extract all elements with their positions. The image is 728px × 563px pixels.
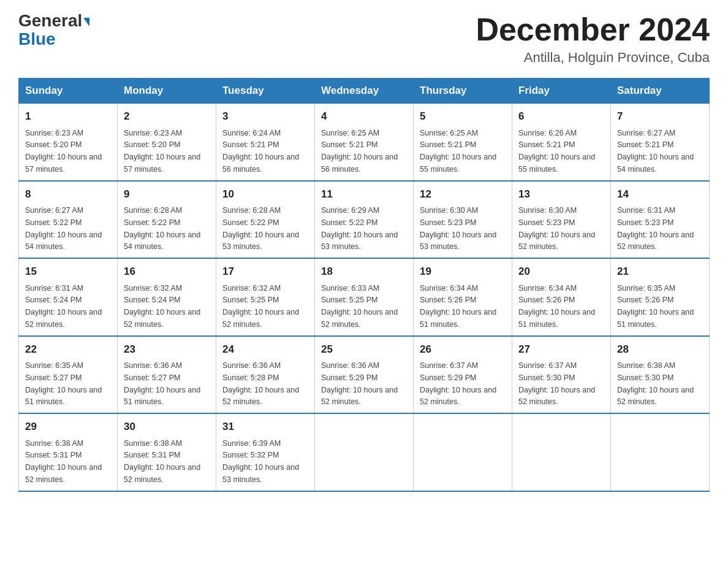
day-number: 12 xyxy=(420,186,506,202)
day-number: 23 xyxy=(124,342,210,358)
day-cell: 19 Sunrise: 6:34 AM Sunset: 5:26 PM Dayl… xyxy=(414,258,512,336)
day-number: 15 xyxy=(25,264,111,280)
day-number: 17 xyxy=(222,264,308,280)
title-section: December 2024 Antilla, Holguin Province,… xyxy=(476,12,710,66)
month-title: December 2024 xyxy=(476,12,710,47)
day-cell: 25 Sunrise: 6:36 AM Sunset: 5:29 PM Dayl… xyxy=(315,336,414,414)
day-number: 4 xyxy=(321,109,407,124)
day-cell xyxy=(611,413,710,491)
day-daylight: Daylight: 10 hours and 53 minutes. xyxy=(222,231,299,251)
day-cell: 11 Sunrise: 6:29 AM Sunset: 5:22 PM Dayl… xyxy=(315,181,414,259)
day-sunset: Sunset: 5:27 PM xyxy=(25,373,82,382)
day-sunrise: Sunrise: 6:38 AM xyxy=(124,439,182,448)
day-number: 13 xyxy=(518,186,604,202)
day-daylight: Daylight: 10 hours and 52 minutes. xyxy=(420,386,496,407)
day-sunrise: Sunrise: 6:35 AM xyxy=(25,361,83,370)
day-cell: 23 Sunrise: 6:36 AM Sunset: 5:27 PM Dayl… xyxy=(118,336,216,414)
day-cell: 4 Sunrise: 6:25 AM Sunset: 5:21 PM Dayli… xyxy=(315,104,414,181)
day-number: 19 xyxy=(420,264,506,280)
day-sunrise: Sunrise: 6:29 AM xyxy=(321,206,379,215)
day-sunrise: Sunrise: 6:33 AM xyxy=(321,284,379,293)
day-number: 14 xyxy=(617,186,703,202)
day-cell: 30 Sunrise: 6:38 AM Sunset: 5:31 PM Dayl… xyxy=(118,413,216,491)
day-daylight: Daylight: 10 hours and 51 minutes. xyxy=(420,308,496,329)
day-sunset: Sunset: 5:21 PM xyxy=(420,140,476,149)
day-sunset: Sunset: 5:31 PM xyxy=(124,451,180,459)
day-cell: 16 Sunrise: 6:32 AM Sunset: 5:24 PM Dayl… xyxy=(118,258,216,336)
day-cell: 17 Sunrise: 6:32 AM Sunset: 5:25 PM Dayl… xyxy=(216,258,315,336)
day-number: 8 xyxy=(25,186,111,202)
day-daylight: Daylight: 10 hours and 54 minutes. xyxy=(25,231,102,251)
day-number: 10 xyxy=(222,186,308,202)
day-sunrise: Sunrise: 6:34 AM xyxy=(518,284,577,293)
day-sunset: Sunset: 5:32 PM xyxy=(222,451,279,459)
day-sunrise: Sunrise: 6:23 AM xyxy=(25,129,83,137)
day-sunrise: Sunrise: 6:28 AM xyxy=(222,206,281,215)
day-cell: 20 Sunrise: 6:34 AM Sunset: 5:26 PM Dayl… xyxy=(512,258,611,336)
day-number: 24 xyxy=(222,342,308,358)
day-sunrise: Sunrise: 6:37 AM xyxy=(420,361,478,370)
day-cell: 8 Sunrise: 6:27 AM Sunset: 5:22 PM Dayli… xyxy=(19,181,118,259)
day-sunrise: Sunrise: 6:38 AM xyxy=(617,361,675,370)
day-cell: 5 Sunrise: 6:25 AM Sunset: 5:21 PM Dayli… xyxy=(414,104,512,181)
column-header-wednesday: Wednesday xyxy=(315,79,414,104)
day-sunrise: Sunrise: 6:30 AM xyxy=(420,206,478,215)
day-daylight: Daylight: 10 hours and 51 minutes. xyxy=(518,308,595,329)
day-sunset: Sunset: 5:22 PM xyxy=(124,218,180,227)
week-row-2: 8 Sunrise: 6:27 AM Sunset: 5:22 PM Dayli… xyxy=(19,181,710,259)
day-daylight: Daylight: 10 hours and 56 minutes. xyxy=(321,153,398,174)
day-number: 16 xyxy=(124,264,210,280)
day-number: 21 xyxy=(617,264,703,280)
day-number: 28 xyxy=(617,342,703,358)
day-number: 22 xyxy=(25,342,111,358)
day-number: 30 xyxy=(124,419,210,435)
day-number: 7 xyxy=(617,109,703,124)
day-sunrise: Sunrise: 6:31 AM xyxy=(25,284,83,293)
day-sunrise: Sunrise: 6:39 AM xyxy=(222,439,281,448)
day-daylight: Daylight: 10 hours and 52 minutes. xyxy=(124,463,200,484)
day-daylight: Daylight: 10 hours and 56 minutes. xyxy=(222,153,299,174)
day-sunrise: Sunrise: 6:34 AM xyxy=(420,284,478,293)
column-header-sunday: Sunday xyxy=(19,79,118,104)
day-daylight: Daylight: 10 hours and 52 minutes. xyxy=(321,308,398,329)
day-sunset: Sunset: 5:24 PM xyxy=(124,296,180,304)
day-number: 25 xyxy=(321,342,407,358)
day-sunset: Sunset: 5:21 PM xyxy=(222,140,279,149)
day-cell: 2 Sunrise: 6:23 AM Sunset: 5:20 PM Dayli… xyxy=(118,104,216,181)
day-sunset: Sunset: 5:24 PM xyxy=(25,296,82,304)
day-cell: 24 Sunrise: 6:36 AM Sunset: 5:28 PM Dayl… xyxy=(216,336,315,414)
day-sunset: Sunset: 5:26 PM xyxy=(420,296,476,304)
day-daylight: Daylight: 10 hours and 54 minutes. xyxy=(617,153,694,174)
day-cell: 26 Sunrise: 6:37 AM Sunset: 5:29 PM Dayl… xyxy=(414,336,512,414)
day-sunrise: Sunrise: 6:28 AM xyxy=(124,206,182,215)
logo-blue-text: Blue xyxy=(18,31,56,48)
day-sunset: Sunset: 5:20 PM xyxy=(25,140,82,149)
day-daylight: Daylight: 10 hours and 52 minutes. xyxy=(617,231,694,251)
day-number: 18 xyxy=(321,264,407,280)
day-sunset: Sunset: 5:22 PM xyxy=(321,218,377,227)
day-sunset: Sunset: 5:21 PM xyxy=(321,140,377,149)
week-row-3: 15 Sunrise: 6:31 AM Sunset: 5:24 PM Dayl… xyxy=(19,258,710,336)
week-row-5: 29 Sunrise: 6:38 AM Sunset: 5:31 PM Dayl… xyxy=(19,413,710,491)
logo-general-line: General xyxy=(18,12,89,29)
day-cell: 1 Sunrise: 6:23 AM Sunset: 5:20 PM Dayli… xyxy=(19,104,118,181)
day-sunset: Sunset: 5:20 PM xyxy=(124,140,180,149)
calendar-header-row: SundayMondayTuesdayWednesdayThursdayFrid… xyxy=(19,79,710,104)
day-number: 11 xyxy=(321,186,407,202)
day-sunset: Sunset: 5:30 PM xyxy=(617,373,673,382)
day-number: 3 xyxy=(222,109,308,124)
day-number: 1 xyxy=(25,109,111,124)
day-sunrise: Sunrise: 6:26 AM xyxy=(518,129,577,137)
day-cell: 27 Sunrise: 6:37 AM Sunset: 5:30 PM Dayl… xyxy=(512,336,611,414)
day-cell: 18 Sunrise: 6:33 AM Sunset: 5:25 PM Dayl… xyxy=(315,258,414,336)
day-daylight: Daylight: 10 hours and 53 minutes. xyxy=(222,463,299,484)
day-daylight: Daylight: 10 hours and 52 minutes. xyxy=(617,386,694,407)
week-row-4: 22 Sunrise: 6:35 AM Sunset: 5:27 PM Dayl… xyxy=(19,336,710,414)
day-sunset: Sunset: 5:30 PM xyxy=(518,373,575,382)
day-daylight: Daylight: 10 hours and 51 minutes. xyxy=(124,386,200,407)
column-header-tuesday: Tuesday xyxy=(216,79,315,104)
day-cell: 6 Sunrise: 6:26 AM Sunset: 5:21 PM Dayli… xyxy=(512,104,611,181)
logo-arrow-icon xyxy=(83,18,89,26)
day-sunset: Sunset: 5:23 PM xyxy=(420,218,476,227)
day-number: 2 xyxy=(124,109,210,124)
